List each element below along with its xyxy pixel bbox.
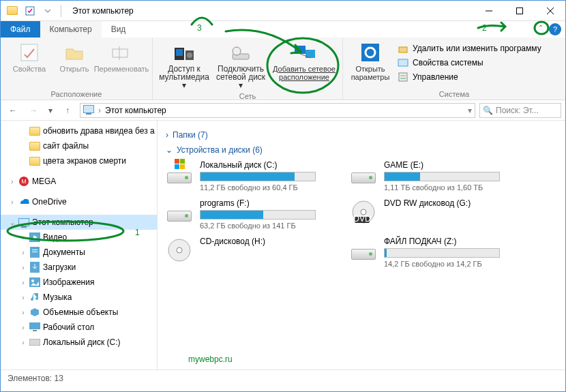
svg-rect-20 xyxy=(398,59,408,66)
rename-icon xyxy=(110,42,132,63)
tree-item-icon xyxy=(29,232,40,243)
tree-item[interactable]: ›Изображения xyxy=(1,275,157,290)
svg-rect-14 xyxy=(295,46,306,54)
dropdown-icon: ▾ xyxy=(239,80,243,90)
ribbon-collapse-icon[interactable]: ˆ xyxy=(535,24,546,35)
device-name: DVD RW дисковод (G:) xyxy=(384,198,520,208)
svg-point-13 xyxy=(233,47,241,55)
tree-item[interactable]: ›OneDrive xyxy=(1,194,157,209)
tree-item-label: Документы xyxy=(43,247,85,257)
media-access-button[interactable]: Доступ к мультимедиа ▾ xyxy=(157,40,211,91)
device-item[interactable]: ФАЙЛ ПОДКАЧ (Z:) 14,2 ГБ свободно из 14,… xyxy=(350,237,520,268)
expand-icon[interactable]: ⌄ xyxy=(9,219,16,226)
device-name: programs (F:) xyxy=(200,198,336,208)
svg-rect-33 xyxy=(33,330,37,331)
tree-item[interactable]: ›Видео xyxy=(1,230,157,245)
tree-item[interactable]: ⌄Этот компьютер xyxy=(1,215,157,230)
tree-item-label: сайт файлы xyxy=(43,141,89,151)
tab-computer[interactable]: Компьютер xyxy=(40,21,102,37)
tree-item-icon xyxy=(29,277,40,288)
device-item[interactable]: GAME (E:) 1,11 ТБ свободно из 1,60 ТБ xyxy=(350,160,520,192)
tree-item-label: OneDrive xyxy=(32,197,67,207)
ribbon-group-location: Свойства Открыть Переименовать Расположе… xyxy=(1,37,153,100)
back-button[interactable]: ← xyxy=(5,102,21,119)
manage-button[interactable]: Управление xyxy=(395,70,544,84)
up-button[interactable]: ↑ xyxy=(59,102,76,119)
map-drive-button[interactable]: Подключить сетевой диск ▾ xyxy=(213,40,269,91)
svg-rect-9 xyxy=(176,49,183,56)
tree-item[interactable]: сайт файлы xyxy=(1,138,157,153)
explorer-icon xyxy=(5,3,20,18)
svg-rect-27 xyxy=(32,250,38,250)
minimize-button[interactable] xyxy=(473,1,504,21)
devices-section-header[interactable]: ⌄Устройства и диски (6) xyxy=(166,145,557,155)
titlebar: Этот компьютер xyxy=(1,1,565,21)
tree-item-label: Этот компьютер xyxy=(32,217,93,227)
system-properties-button[interactable]: Свойства системы xyxy=(395,56,544,70)
search-input[interactable]: 🔍 Поиск: Эт... xyxy=(479,103,561,118)
expand-icon[interactable]: › xyxy=(20,309,27,316)
svg-rect-19 xyxy=(399,47,407,52)
tab-file[interactable]: Файл xyxy=(1,21,40,37)
uninstall-button[interactable]: Удалить или изменить программу xyxy=(395,42,544,55)
expand-icon[interactable]: › xyxy=(20,324,27,331)
expand-icon[interactable]: › xyxy=(20,339,27,346)
add-network-location-button[interactable]: Добавить сетевое расположение xyxy=(270,40,338,82)
drive-icon xyxy=(350,237,377,264)
add-location-icon xyxy=(293,42,315,63)
tree-item-icon xyxy=(29,247,40,258)
tree-item[interactable]: ›Музыка xyxy=(1,290,157,305)
maximize-button[interactable] xyxy=(504,1,535,21)
capacity-bar xyxy=(200,210,316,220)
svg-rect-35 xyxy=(175,159,179,164)
svg-rect-17 xyxy=(361,44,379,61)
device-free: 1,11 ТБ свободно из 1,60 ТБ xyxy=(384,183,520,192)
tree-item[interactable]: ›MMEGA xyxy=(1,174,157,189)
properties-button[interactable]: Свойства xyxy=(5,40,54,74)
expand-icon[interactable]: › xyxy=(20,294,27,301)
drive-icon xyxy=(166,198,193,226)
device-item[interactable]: DVD DVD RW дисковод (G:) xyxy=(350,198,520,230)
expand-icon[interactable]: › xyxy=(20,279,27,286)
breadcrumb[interactable]: › Этот компьютер ▾ xyxy=(80,103,475,118)
device-name: ФАЙЛ ПОДКАЧ (Z:) xyxy=(384,237,520,246)
tree-item-label: Объемные объекты xyxy=(43,307,118,317)
rename-button[interactable]: Переименовать xyxy=(95,40,148,74)
folders-section-header[interactable]: ›Папки (7) xyxy=(166,130,557,140)
qat-dropdown-icon[interactable] xyxy=(40,3,55,18)
window-title: Этот компьютер xyxy=(68,6,134,16)
tree-item[interactable]: ›Рабочий стол xyxy=(1,320,157,335)
tree-item[interactable]: ›Локальный диск (C:) xyxy=(1,335,157,350)
status-bar: Элементов: 13 xyxy=(1,370,565,386)
tree-item-label: Рабочий стол xyxy=(43,322,94,332)
tree-item-label: Локальный диск (C:) xyxy=(43,337,121,347)
expand-icon[interactable]: › xyxy=(20,249,27,256)
device-item[interactable]: programs (F:) 63,2 ГБ свободно из 141 ГБ xyxy=(166,198,336,230)
open-settings-button[interactable]: Открыть параметры xyxy=(347,40,393,82)
tree-item[interactable]: ›Документы xyxy=(1,245,157,260)
manage-icon xyxy=(398,72,408,82)
open-button[interactable]: Открыть xyxy=(55,40,93,74)
qat-properties-icon[interactable] xyxy=(23,3,38,18)
sysprops-icon xyxy=(398,57,408,68)
tree-item[interactable]: цвета экранов смерти xyxy=(1,153,157,168)
tree-item[interactable]: ›Загрузки xyxy=(1,260,157,275)
device-item[interactable]: Локальный диск (C:) 11,2 ГБ свободно из … xyxy=(166,160,336,192)
tab-view[interactable]: Вид xyxy=(102,21,136,37)
nav-tree[interactable]: обновить драва нвидеа без асайт файлыцве… xyxy=(1,121,158,370)
properties-icon xyxy=(18,42,40,63)
tree-item-label: MEGA xyxy=(32,177,56,186)
tree-item[interactable]: ›Объемные объекты xyxy=(1,305,157,320)
expand-icon[interactable]: › xyxy=(20,234,27,241)
quick-access-toolbar xyxy=(1,3,68,18)
help-button[interactable]: ? xyxy=(549,23,561,35)
device-item[interactable]: CD-дисковод (H:) xyxy=(166,237,336,268)
close-button[interactable] xyxy=(535,1,565,21)
expand-icon[interactable]: › xyxy=(9,178,16,185)
recent-dropdown[interactable]: ▾ xyxy=(46,102,55,119)
expand-icon[interactable]: › xyxy=(9,198,16,206)
tree-item[interactable]: обновить драва нвидеа без а xyxy=(1,123,157,138)
expand-icon[interactable]: › xyxy=(20,264,27,271)
forward-button[interactable]: → xyxy=(25,102,42,119)
drive-icon: DVD xyxy=(350,198,377,226)
